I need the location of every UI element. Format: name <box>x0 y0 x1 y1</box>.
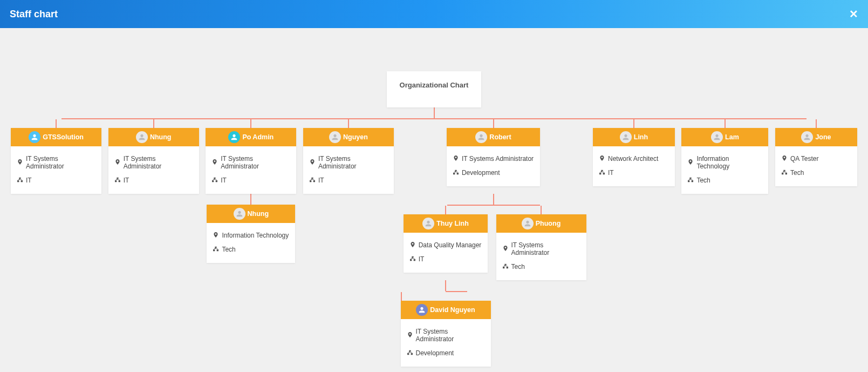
pin-icon <box>688 159 693 166</box>
sitemap-icon <box>782 169 787 177</box>
sitemap-icon <box>407 349 413 357</box>
node-name: Po Admin <box>242 133 274 141</box>
node-name: Jone <box>815 133 831 141</box>
node-body: IT Systems Administrator Development <box>401 319 491 367</box>
avatar-icon <box>29 131 40 143</box>
root-title: Organizational Chart <box>400 81 469 89</box>
avatar-icon <box>620 131 632 143</box>
staff-node-jone[interactable]: Jone QA Tester Tech <box>775 128 857 186</box>
pin-icon <box>453 155 459 163</box>
node-role: IT Systems Administrator <box>511 241 580 256</box>
sitemap-icon <box>453 169 459 177</box>
pin-icon <box>599 155 605 163</box>
sitemap-icon <box>410 255 415 263</box>
node-header: David Nguyen <box>401 301 491 319</box>
node-name: Nhung <box>248 210 269 218</box>
node-name: Lam <box>725 133 739 141</box>
node-name: David Nguyen <box>430 306 475 314</box>
node-header: Phuong <box>496 214 586 233</box>
pin-icon <box>503 245 508 253</box>
node-body: Network Architect IT <box>593 146 675 186</box>
sitemap-icon <box>310 177 315 184</box>
node-body: IT Systems Administrator IT <box>206 146 296 194</box>
avatar-icon <box>801 131 813 143</box>
node-role: QA Tester <box>790 155 818 163</box>
staff-node-thuy-linh[interactable]: Thuy Linh Data Quality Manager IT <box>404 214 488 273</box>
avatar-icon <box>228 131 240 143</box>
node-role: IT Systems Administrator <box>26 155 95 170</box>
node-name: Linh <box>634 133 648 141</box>
node-role: IT Systems Administrator <box>124 155 193 170</box>
sitemap-icon <box>212 177 217 184</box>
node-dept: Tech <box>222 246 235 253</box>
node-header: Nhung <box>108 128 199 146</box>
avatar-icon <box>416 304 428 316</box>
node-body: Data Quality Manager IT <box>404 233 488 273</box>
node-name: GTSSolution <box>43 133 84 141</box>
node-dept: Tech <box>790 169 804 177</box>
node-role: IT Systems Administrator <box>416 328 484 343</box>
node-dept: Development <box>416 349 454 357</box>
node-role: Network Architect <box>608 155 658 163</box>
node-name: Nguyen <box>343 133 368 141</box>
node-body: IT Systems Administrator IT <box>108 146 199 194</box>
staff-node-lam[interactable]: Lam Information Technology Tech <box>681 128 768 194</box>
node-header: Po Admin <box>206 128 296 146</box>
staff-node-gtssolution[interactable]: GTSSolution IT Systems Administrator IT <box>11 128 101 194</box>
sitemap-icon <box>599 169 605 177</box>
sitemap-icon <box>17 177 23 184</box>
node-header: Nhung <box>207 205 295 223</box>
node-dept: IT <box>26 177 32 184</box>
node-header: Robert <box>447 128 540 146</box>
sitemap-icon <box>503 263 508 270</box>
sitemap-icon <box>115 177 120 184</box>
node-header: GTSSolution <box>11 128 101 146</box>
staff-node-po-admin[interactable]: Po Admin IT Systems Administrator IT <box>206 128 296 194</box>
staff-node-phuong[interactable]: Phuong IT Systems Administrator Tech <box>496 214 586 280</box>
pin-icon <box>407 332 413 339</box>
node-dept: IT <box>124 177 129 184</box>
node-role: IT Systems Administrator <box>462 155 534 163</box>
staff-node-nguyen[interactable]: Nguyen IT Systems Administrator IT <box>303 128 394 194</box>
node-name: Phuong <box>536 220 561 227</box>
node-header: Thuy Linh <box>404 214 488 233</box>
avatar-icon <box>136 131 148 143</box>
node-dept: Tech <box>511 263 525 270</box>
sitemap-icon <box>213 246 218 253</box>
pin-icon <box>17 159 23 166</box>
node-name: Thuy Linh <box>436 220 469 227</box>
node-dept: Development <box>462 169 500 177</box>
avatar-icon <box>422 218 434 229</box>
pin-icon <box>782 155 787 163</box>
modal-header: Staff chart ✕ <box>0 0 868 28</box>
node-body: Information Technology Tech <box>681 146 768 194</box>
org-root-node[interactable]: Organizational Chart <box>387 71 482 107</box>
node-role: Data Quality Manager <box>419 241 482 249</box>
pin-icon <box>212 159 217 166</box>
node-dept: IT <box>608 169 614 177</box>
node-name: Nhung <box>150 133 172 141</box>
node-body: IT Systems Administrator Development <box>447 146 540 186</box>
node-body: QA Tester Tech <box>775 146 857 186</box>
pin-icon <box>310 159 315 166</box>
node-body: Information Technology Tech <box>207 223 295 263</box>
staff-node-robert[interactable]: Robert IT Systems Administrator Developm… <box>447 128 540 186</box>
node-name: Robert <box>489 133 511 141</box>
node-header: Linh <box>593 128 675 146</box>
node-body: IT Systems Administrator Tech <box>496 233 586 280</box>
node-header: Jone <box>775 128 857 146</box>
node-body: IT Systems Administrator IT <box>11 146 101 194</box>
org-chart: Organizational Chart GTSSolution <box>0 28 868 372</box>
staff-node-david-nguyen[interactable]: David Nguyen IT Systems Administrator De… <box>401 301 491 367</box>
node-role: IT Systems Administrator <box>318 155 387 170</box>
page-title: Staff chart <box>10 9 58 20</box>
close-icon[interactable]: ✕ <box>849 8 858 21</box>
node-header: Lam <box>681 128 768 146</box>
node-role: IT Systems Administrator <box>221 155 290 170</box>
pin-icon <box>115 159 120 166</box>
node-dept: IT <box>221 177 227 184</box>
staff-node-nhung[interactable]: Nhung IT Systems Administrator IT <box>108 128 199 194</box>
avatar-icon <box>234 208 245 220</box>
staff-node-nhung-child[interactable]: Nhung Information Technology Tech <box>207 205 295 263</box>
staff-node-linh[interactable]: Linh Network Architect IT <box>593 128 675 186</box>
